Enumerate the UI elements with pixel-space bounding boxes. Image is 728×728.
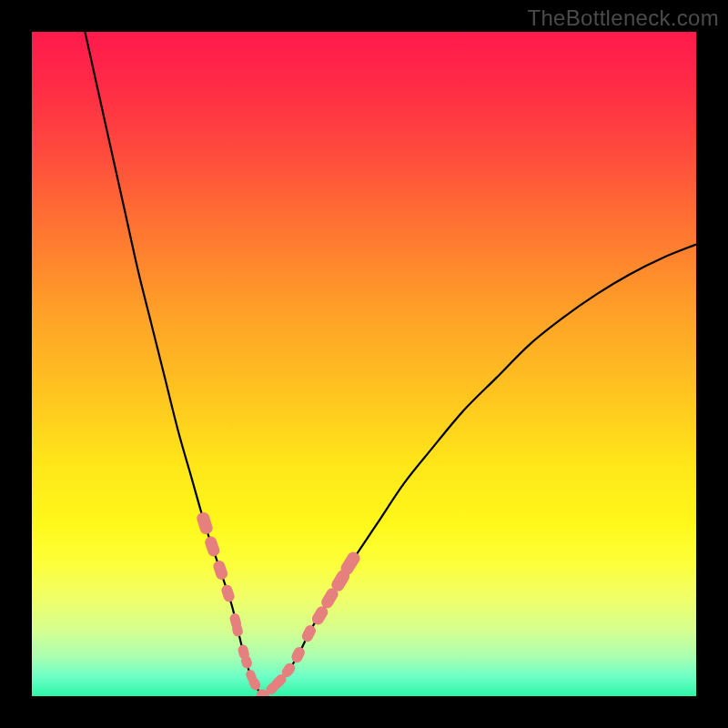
outer-frame: TheBottleneck.com bbox=[0, 0, 728, 728]
plot-area bbox=[32, 32, 696, 696]
curve-svg bbox=[32, 32, 696, 696]
bottleneck-curve bbox=[85, 32, 696, 696]
watermark-text: TheBottleneck.com bbox=[527, 5, 719, 31]
